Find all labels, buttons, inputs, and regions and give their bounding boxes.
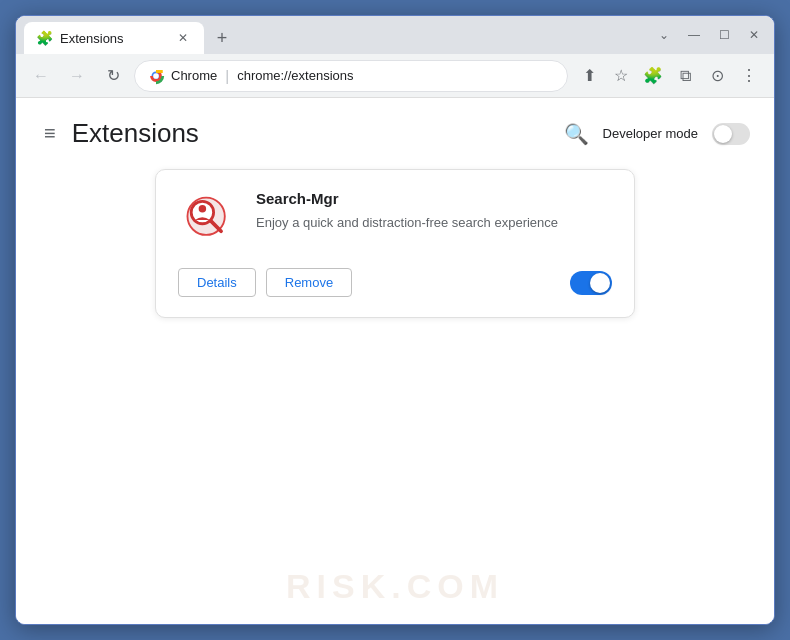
bookmark-button[interactable]: ☆: [606, 61, 636, 91]
page-title-area: ≡ Extensions: [40, 118, 199, 149]
tab-close-btn[interactable]: ✕: [174, 29, 192, 47]
profile-button[interactable]: ⊙: [702, 61, 732, 91]
extension-buttons: Details Remove: [178, 268, 352, 297]
reload-button[interactable]: ↻: [98, 61, 128, 91]
developer-mode-label: Developer mode: [603, 126, 698, 141]
extension-card-inner: Search-Mgr Enjoy a quick and distraction…: [178, 190, 612, 250]
developer-mode-toggle[interactable]: [712, 123, 750, 145]
tab-puzzle-icon: 🧩: [36, 30, 52, 46]
tab-area: 🧩 Extensions ✕ +: [24, 16, 638, 54]
share-button[interactable]: ⬆: [574, 61, 604, 91]
extension-description: Enjoy a quick and distraction-free searc…: [256, 213, 612, 233]
details-button[interactable]: Details: [178, 268, 256, 297]
title-bar: 🧩 Extensions ✕ + ⌄ — ☐ ✕: [16, 16, 774, 54]
active-tab[interactable]: 🧩 Extensions ✕: [24, 22, 204, 54]
toggle-knob: [714, 125, 732, 143]
toolbar-actions: ⬆ ☆ 🧩 ⧉ ⊙ ⋮: [574, 61, 764, 91]
extension-icon: [180, 192, 236, 248]
menu-icon[interactable]: ≡: [40, 118, 60, 149]
watermark-site: RISK.COM: [16, 567, 774, 606]
extension-info: Search-Mgr Enjoy a quick and distraction…: [256, 190, 612, 250]
extension-toggle[interactable]: [570, 271, 612, 295]
chrome-logo-area: Chrome: [147, 67, 217, 85]
chrome-logo-icon: [147, 67, 165, 85]
address-url: chrome://extensions: [237, 68, 353, 83]
new-tab-button[interactable]: +: [208, 24, 236, 52]
forward-button[interactable]: →: [62, 61, 92, 91]
extensions-button[interactable]: 🧩: [638, 61, 668, 91]
header-right: 🔍 Developer mode: [564, 122, 750, 146]
minimize-btn[interactable]: —: [682, 23, 706, 47]
svg-point-4: [199, 205, 206, 212]
split-view-button[interactable]: ⧉: [670, 61, 700, 91]
close-btn[interactable]: ✕: [742, 23, 766, 47]
back-button[interactable]: ←: [26, 61, 56, 91]
page-header: ≡ Extensions 🔍 Developer mode: [40, 118, 750, 149]
svg-point-1: [153, 73, 159, 79]
browser-brand-label: Chrome: [171, 68, 217, 83]
tab-title: Extensions: [60, 31, 124, 46]
search-icon[interactable]: 🔍: [564, 122, 589, 146]
toolbar: ← → ↻ Chrome | chrome://extensions ⬆ ☆ 🧩: [16, 54, 774, 98]
extension-actions: Details Remove: [178, 268, 612, 297]
maximize-btn[interactable]: ☐: [712, 23, 736, 47]
more-button[interactable]: ⋮: [734, 61, 764, 91]
extension-card: Search-Mgr Enjoy a quick and distraction…: [155, 169, 635, 318]
address-divider: |: [225, 67, 229, 84]
page-title: Extensions: [72, 118, 199, 149]
page-content: PC ≡ Extensions 🔍 Developer mode: [16, 98, 774, 624]
extension-toggle-knob: [590, 273, 610, 293]
extension-name: Search-Mgr: [256, 190, 612, 207]
remove-button[interactable]: Remove: [266, 268, 352, 297]
extension-icon-wrap: [178, 190, 238, 250]
browser-window: 🧩 Extensions ✕ + ⌄ — ☐ ✕ ← → ↻: [15, 15, 775, 625]
address-bar[interactable]: Chrome | chrome://extensions: [134, 60, 568, 92]
window-controls: ⌄ — ☐ ✕: [652, 23, 766, 47]
chevron-down-btn[interactable]: ⌄: [652, 23, 676, 47]
